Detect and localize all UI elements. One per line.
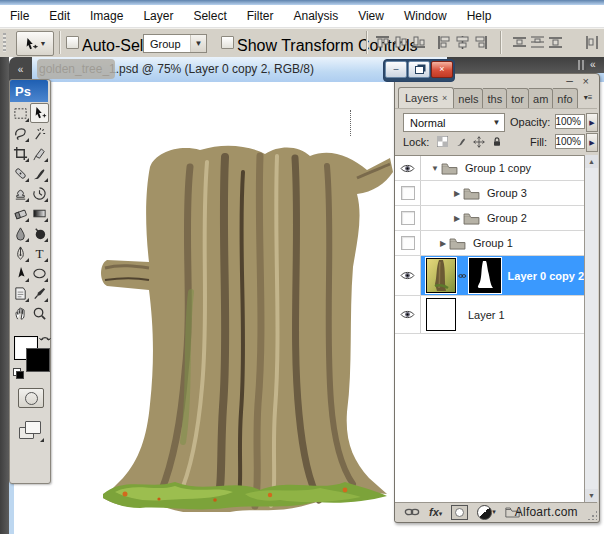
spot-healing-tool[interactable] [11,163,30,183]
tab-channels[interactable]: nels [454,88,483,108]
lock-position-icon[interactable] [471,134,486,149]
tab-navigator[interactable]: tor [507,88,529,108]
panel-close-icon[interactable]: × [583,75,589,87]
eraser-tool[interactable] [11,203,30,223]
opacity-field[interactable]: 100% [555,114,585,129]
tab-info[interactable]: nfo [553,88,577,108]
restore-button[interactable] [408,61,430,78]
blend-mode-dropdown[interactable]: Normal ▼ [403,113,505,132]
layer-row-layer-1[interactable]: Layer 1 [395,296,584,334]
visibility-toggle[interactable] [395,206,421,230]
menu-select[interactable]: Select [183,6,236,27]
menu-help[interactable]: Help [457,6,502,27]
menu-image[interactable]: Image [80,6,133,27]
minimize-button[interactable]: – [385,61,407,78]
dock-grip[interactable] [578,60,586,70]
magic-wand-tool[interactable] [30,123,49,143]
visibility-toggle[interactable] [395,181,421,205]
screen-mode-button[interactable] [18,420,42,440]
clone-stamp-tool[interactable] [11,183,30,203]
blur-tool[interactable] [11,223,30,243]
notes-tool[interactable] [11,283,30,303]
layer-row-group-3[interactable]: ▶ Group 3 [395,181,584,206]
visibility-toggle[interactable] [395,296,421,333]
crop-tool[interactable] [11,143,30,163]
align-top-edges-icon[interactable] [374,34,391,50]
layer-row-group-1-copy[interactable]: ▼ Group 1 copy [395,156,584,181]
background-color-swatch[interactable] [26,348,50,372]
menu-view[interactable]: View [348,6,394,27]
link-mask-icon[interactable] [458,270,467,282]
brush-tool[interactable] [30,163,49,183]
visibility-toggle[interactable] [395,256,421,295]
expand-arrow-icon[interactable]: ▼ [429,164,441,173]
rectangular-marquee-tool[interactable] [11,103,30,123]
align-vertical-centers-icon[interactable] [392,34,409,50]
options-bar-grip[interactable] [3,33,6,52]
scroll-up-icon[interactable]: ▲ [585,155,598,168]
layers-scrollbar[interactable]: ▲ ▼ [584,155,598,502]
hand-tool[interactable] [11,303,30,323]
add-mask-icon[interactable] [451,505,468,520]
auto-select-dropdown[interactable]: Group ▼ [143,34,207,53]
menu-window[interactable]: Window [394,6,457,27]
lock-transparency-icon[interactable] [435,134,450,149]
layer-style-icon[interactable]: fx▾ [429,506,442,518]
tab-histogram[interactable]: am [529,88,553,108]
scroll-down-icon[interactable]: ▼ [585,489,598,502]
quick-mask-button[interactable] [18,388,44,408]
distribute-top-edges-icon[interactable] [511,34,528,50]
tab-layers[interactable]: Layers × [398,87,454,108]
menu-edit[interactable]: Edit [39,6,80,27]
fill-field[interactable]: 100% [555,134,585,149]
opacity-slider-arrow[interactable]: ▶ [586,113,598,132]
path-selection-tool[interactable] [11,263,30,283]
layer-mask-thumbnail[interactable] [469,258,501,293]
menu-analysis[interactable]: Analysis [283,6,348,27]
expand-arrow-icon[interactable]: ▶ [451,214,463,223]
distribute-bottom-edges-icon[interactable] [547,34,564,50]
expand-arrow-icon[interactable]: ▶ [451,189,463,198]
layer-row-layer-0-copy-2[interactable]: Layer 0 copy 2 [395,256,584,296]
panel-minimize-icon[interactable]: – [566,75,573,87]
gradient-tool[interactable] [30,203,49,223]
slice-tool[interactable] [30,143,49,163]
move-tool[interactable] [30,103,49,123]
eyedropper-tool[interactable] [30,283,49,303]
panel-menu-icon[interactable]: ▾≡ [580,90,596,104]
visibility-toggle[interactable] [395,231,421,255]
pen-tool[interactable] [11,243,30,263]
type-tool[interactable]: T [30,243,49,263]
lasso-tool[interactable] [11,123,30,143]
menu-layer[interactable]: Layer [133,6,183,27]
ellipse-shape-tool[interactable] [30,263,49,283]
layer-row-group-1[interactable]: ▶ Group 1 [395,231,584,256]
distribute-vertical-centers-icon[interactable] [529,34,546,50]
chevrons-left-icon[interactable]: « [590,60,596,70]
default-colors-icon[interactable] [13,368,22,377]
layer-thumbnail[interactable] [426,258,456,293]
auto-select-checkbox[interactable] [66,36,79,49]
move-tool-option-button[interactable]: ▼ [16,31,54,56]
align-left-edges-icon[interactable] [436,34,453,50]
menu-file[interactable]: File [0,6,39,27]
tab-close-icon[interactable]: × [442,93,447,103]
zoom-tool[interactable] [30,303,49,323]
layer-thumbnail[interactable] [426,298,456,331]
layer-row-group-2[interactable]: ▶ Group 2 [395,206,584,231]
align-right-edges-icon[interactable] [472,34,489,50]
link-layers-icon[interactable] [404,507,420,517]
adjustment-layer-icon[interactable]: ▾ [477,505,496,520]
close-button[interactable]: × [431,61,453,78]
tab-paths[interactable]: ths [483,88,507,108]
fill-slider-arrow[interactable]: ▶ [586,133,598,152]
lock-all-icon[interactable] [489,134,504,149]
swap-colors-icon[interactable] [39,332,51,344]
history-brush-tool[interactable] [30,183,49,203]
lock-pixels-icon[interactable] [453,134,468,149]
visibility-toggle[interactable] [395,156,421,180]
align-bottom-edges-icon[interactable] [410,34,427,50]
dodge-tool[interactable] [30,223,49,243]
expand-arrow-icon[interactable]: ▶ [437,239,449,248]
show-transform-checkbox[interactable] [221,36,234,49]
